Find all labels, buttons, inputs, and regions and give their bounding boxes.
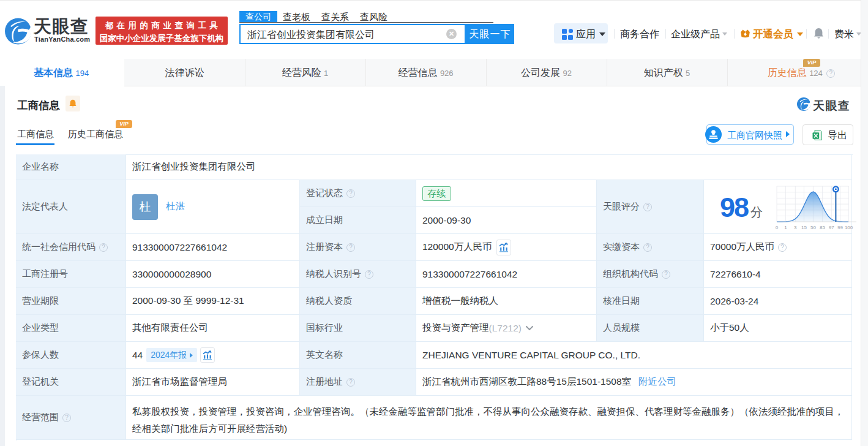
svg-text:0: 0 [776, 225, 779, 230]
svg-text:15: 15 [801, 225, 807, 230]
svg-text:97: 97 [829, 225, 834, 230]
svg-text:3: 3 [794, 225, 797, 230]
svg-text:85: 85 [820, 225, 825, 230]
svg-text:1: 1 [784, 225, 787, 230]
svg-text:50: 50 [810, 225, 816, 230]
svg-text:100: 100 [845, 225, 853, 230]
svg-text:99: 99 [837, 225, 843, 230]
